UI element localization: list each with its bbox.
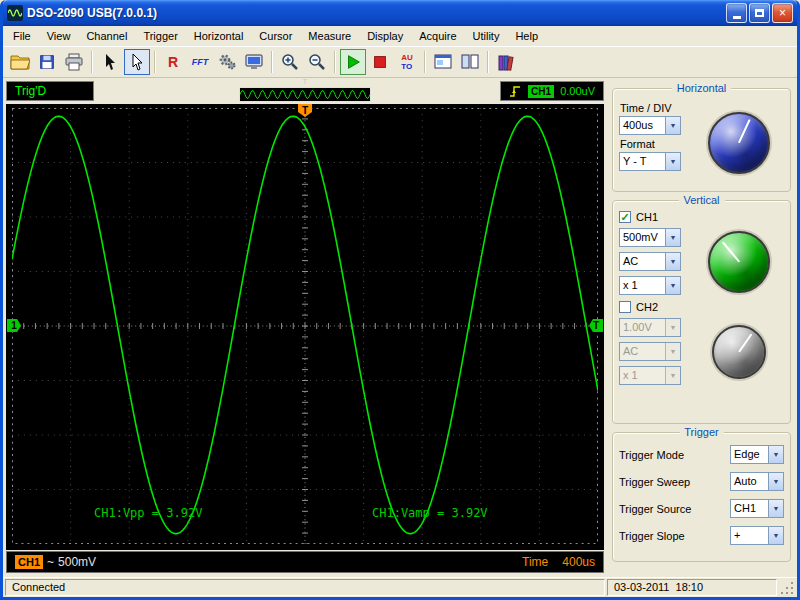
resize-grip[interactable] <box>779 579 795 596</box>
check-icon: ✓ <box>620 211 629 223</box>
auto-button[interactable]: AU TO <box>394 49 420 75</box>
measurement-vpp: CH1:Vpp = 3.92V <box>94 506 202 520</box>
chevron-down-icon[interactable]: ▼ <box>665 153 680 170</box>
connection-status: Connected <box>5 579 605 596</box>
trigger-info-box: CH1 0.00uV <box>500 81 604 101</box>
trigger-slope-select[interactable]: + ▼ <box>730 526 784 545</box>
floppy-icon <box>38 53 56 71</box>
print-button[interactable] <box>61 49 87 75</box>
gears-icon <box>217 52 237 72</box>
ch1-enable-row[interactable]: ✓ CH1 <box>619 209 786 225</box>
chevron-down-icon[interactable]: ▼ <box>768 500 783 517</box>
ch2-checkbox[interactable] <box>619 301 631 313</box>
trigger-sweep-select[interactable]: Auto ▼ <box>730 472 784 491</box>
scope-grid <box>12 108 598 544</box>
ch1-probe-select[interactable]: x 1 ▼ <box>619 276 681 295</box>
stop-button[interactable] <box>367 49 393 75</box>
chevron-down-icon: ▼ <box>665 319 680 336</box>
ch1-position-knob[interactable] <box>708 231 770 293</box>
split-panels-icon <box>460 53 480 71</box>
time-div-select[interactable]: 400us ▼ <box>619 116 681 135</box>
ch2-enable-row[interactable]: CH2 <box>619 299 786 315</box>
menu-file[interactable]: File <box>5 27 39 45</box>
books-icon <box>496 53 516 71</box>
trigger-level-value: 0.00uV <box>560 85 595 97</box>
ch1-checkbox[interactable]: ✓ <box>619 211 631 223</box>
cursor-menu-button[interactable] <box>97 49 123 75</box>
close-button[interactable]: × <box>772 3 793 23</box>
trigger-mode-select[interactable]: Edge ▼ <box>730 445 784 464</box>
ch2-volts-select: 1.00V ▼ <box>619 318 681 337</box>
trigger-source-label: Trigger Source <box>619 503 691 515</box>
start-button[interactable] <box>340 49 366 75</box>
ch1-label: CH1 <box>636 211 658 223</box>
stop-icon <box>371 53 389 71</box>
trigger-slope-label: Trigger Slope <box>619 530 685 542</box>
ch2-position-knob[interactable] <box>712 325 766 379</box>
format-label: Format <box>620 138 691 150</box>
volts-per-div-value: 500mV <box>58 555 96 569</box>
chevron-down-icon[interactable]: ▼ <box>665 253 680 270</box>
save-button[interactable] <box>34 49 60 75</box>
chevron-down-icon[interactable]: ▼ <box>665 117 680 134</box>
maximize-button[interactable] <box>749 3 770 23</box>
r-label: R <box>168 54 178 70</box>
horizontal-group: Horizontal Time / DIV 400us ▼ Format Y -… <box>612 88 791 192</box>
menu-acquire[interactable]: Acquire <box>411 27 464 45</box>
menu-horizontal[interactable]: Horizontal <box>186 27 252 45</box>
ch2-coupling-select: AC ▼ <box>619 342 681 361</box>
menu-trigger[interactable]: Trigger <box>135 27 185 45</box>
menu-cursor[interactable]: Cursor <box>251 27 300 45</box>
window-layout-button[interactable] <box>430 49 456 75</box>
chevron-down-icon[interactable]: ▼ <box>665 229 680 246</box>
refresh-r-button[interactable]: R <box>160 49 186 75</box>
zoom-in-button[interactable] <box>277 49 303 75</box>
toolbar-separator <box>154 51 156 73</box>
edge-trigger-icon <box>509 84 522 98</box>
help-button[interactable] <box>493 49 519 75</box>
fft-label: FFT <box>192 57 209 67</box>
panel-toggle-button[interactable] <box>457 49 483 75</box>
toolbar-separator <box>487 51 489 73</box>
chevron-down-icon[interactable]: ▼ <box>768 527 783 544</box>
menu-utility[interactable]: Utility <box>465 27 508 45</box>
white-arrow-icon <box>129 53 145 71</box>
auto-label-top: AU <box>401 53 413 62</box>
toolbar-separator <box>91 51 93 73</box>
vertical-group-title: Vertical <box>678 194 724 206</box>
pointer-button[interactable] <box>124 49 150 75</box>
menu-display[interactable]: Display <box>359 27 411 45</box>
fft-button[interactable]: FFT <box>187 49 213 75</box>
trigger-source-select[interactable]: CH1 ▼ <box>730 499 784 518</box>
menu-help[interactable]: Help <box>507 27 546 45</box>
display-config-button[interactable] <box>241 49 267 75</box>
minimize-button[interactable] <box>726 3 747 23</box>
knob-pointer <box>721 241 739 262</box>
ch1-volts-select[interactable]: 500mV ▼ <box>619 228 681 247</box>
scope-display: T 1 T CH1:Vpp = 3.92V CH1:Vamp = 3.92V <box>6 104 604 550</box>
chevron-down-icon[interactable]: ▼ <box>768 446 783 463</box>
trigger-sweep-label: Trigger Sweep <box>619 476 690 488</box>
time-label: Time <box>522 555 548 569</box>
horizontal-position-knob[interactable] <box>708 112 770 174</box>
chevron-down-icon[interactable]: ▼ <box>665 277 680 294</box>
chevron-down-icon[interactable]: ▼ <box>768 473 783 490</box>
zoom-out-button[interactable] <box>304 49 330 75</box>
ch1-coupling-select[interactable]: AC ▼ <box>619 252 681 271</box>
app-icon[interactable] <box>7 5 23 21</box>
menu-bar: File View Channel Trigger Horizontal Cur… <box>3 26 797 46</box>
menu-measure[interactable]: Measure <box>300 27 359 45</box>
trigger-status-strip: Trig'D T CH1 0.00uV <box>6 78 604 104</box>
window-title: DSO-2090 USB(7.0.0.1) <box>27 6 724 20</box>
scope-grid-svg <box>12 108 598 544</box>
play-icon <box>344 53 362 71</box>
menu-view[interactable]: View <box>39 27 79 45</box>
vertical-group: Vertical ✓ CH1 500mV ▼ AC <box>612 200 791 424</box>
open-button[interactable] <box>7 49 33 75</box>
menu-channel[interactable]: Channel <box>78 27 135 45</box>
acquisition-preview[interactable]: T <box>239 78 371 104</box>
monitor-icon <box>244 53 264 72</box>
trigger-state-label: Trig'D <box>15 84 85 98</box>
format-select[interactable]: Y - T ▼ <box>619 152 681 171</box>
settings-button[interactable] <box>214 49 240 75</box>
